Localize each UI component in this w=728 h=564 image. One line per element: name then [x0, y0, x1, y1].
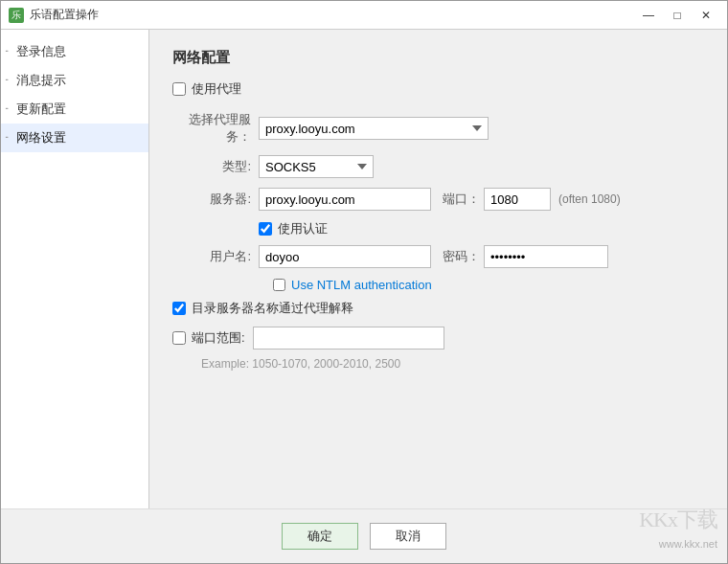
type-select[interactable]: SOCKS5 HTTP HTTPS: [259, 155, 374, 178]
proxy-service-select[interactable]: proxy.looyu.com: [259, 117, 489, 140]
use-auth-row: 使用认证: [172, 220, 704, 237]
server-port-group: 服务器: 端口： (often 1080): [172, 188, 704, 211]
sidebar-item-network-label: 网络设置: [16, 130, 66, 145]
section-title: 网络配置: [172, 49, 704, 67]
sidebar-item-network[interactable]: 网络设置: [1, 124, 148, 152]
app-icon: 乐: [9, 8, 24, 23]
proxy-service-label: 选择代理服务：: [172, 111, 259, 146]
close-button[interactable]: ✕: [693, 6, 719, 25]
sidebar-item-login-label: 登录信息: [16, 44, 66, 58]
maximize-button[interactable]: □: [664, 6, 691, 25]
port-hint: (often 1080): [558, 192, 621, 206]
dns-proxy-label[interactable]: 目录服务器名称通过代理解释: [192, 300, 353, 317]
sidebar-item-update[interactable]: 更新配置: [1, 95, 148, 124]
sidebar-item-update-label: 更新配置: [16, 102, 66, 116]
watermark: KKx下载: [639, 506, 717, 534]
use-auth-label[interactable]: 使用认证: [278, 220, 328, 237]
port-input[interactable]: [484, 188, 551, 211]
server-input[interactable]: [259, 188, 431, 211]
content-area: 登录信息 消息提示 更新配置 网络设置 网络配置 使用代理 选择代理服务：: [1, 30, 727, 508]
dns-proxy-checkbox[interactable]: [172, 302, 186, 315]
use-proxy-checkbox[interactable]: [172, 82, 186, 96]
footer: 确定 取消 KKx下载 www.kkx.net: [1, 508, 727, 563]
port-range-section: 端口范围: Example: 1050-1070, 2000-2010, 250…: [172, 327, 704, 371]
watermark-url: www.kkx.net: [659, 538, 717, 550]
port-range-input[interactable]: [253, 327, 444, 350]
sidebar-item-login[interactable]: 登录信息: [1, 37, 148, 66]
port-label: 端口：: [443, 191, 480, 208]
credentials-group: 用户名: 密码：: [172, 245, 704, 268]
port-range-checkbox[interactable]: [172, 331, 186, 345]
sidebar-item-notification-label: 消息提示: [16, 73, 66, 87]
server-label: 服务器:: [172, 191, 259, 208]
username-input[interactable]: [259, 245, 431, 268]
main-panel: 网络配置 使用代理 选择代理服务： proxy.looyu.com 类型: SO…: [149, 30, 727, 508]
ntlm-checkbox[interactable]: [273, 279, 285, 291]
title-bar: 乐 乐语配置操作 — □ ✕: [1, 1, 727, 30]
ntlm-label[interactable]: Use NTLM authentication: [291, 278, 432, 292]
proxy-service-group: 选择代理服务： proxy.looyu.com: [172, 111, 704, 146]
cancel-button[interactable]: 取消: [370, 523, 446, 550]
title-controls: — □ ✕: [635, 6, 719, 25]
use-auth-checkbox[interactable]: [259, 222, 272, 236]
title-bar-left: 乐 乐语配置操作: [9, 7, 99, 23]
password-input[interactable]: [484, 245, 608, 268]
port-range-label[interactable]: 端口范围:: [192, 329, 245, 347]
ntlm-row: Use NTLM authentication: [172, 278, 704, 292]
ok-button[interactable]: 确定: [282, 523, 358, 550]
sidebar-item-notification[interactable]: 消息提示: [1, 66, 148, 95]
window-title: 乐语配置操作: [30, 7, 99, 23]
type-group: 类型: SOCKS5 HTTP HTTPS: [172, 155, 704, 178]
sidebar: 登录信息 消息提示 更新配置 网络设置: [1, 30, 149, 508]
minimize-button[interactable]: —: [635, 6, 662, 25]
main-window: 乐 乐语配置操作 — □ ✕ 登录信息 消息提示 更新配置 网络设置: [0, 0, 728, 564]
port-range-row: 端口范围:: [172, 327, 704, 350]
use-proxy-row: 使用代理: [172, 80, 704, 98]
type-label: 类型:: [172, 158, 259, 175]
dns-row: 目录服务器名称通过代理解释: [172, 300, 704, 317]
username-label: 用户名:: [172, 248, 259, 265]
ntlm-checkbox-group: Use NTLM authentication: [273, 278, 704, 292]
password-label: 密码：: [443, 248, 480, 265]
example-text: Example: 1050-1070, 2000-2010, 2500: [172, 357, 704, 371]
use-proxy-label[interactable]: 使用代理: [192, 80, 241, 98]
